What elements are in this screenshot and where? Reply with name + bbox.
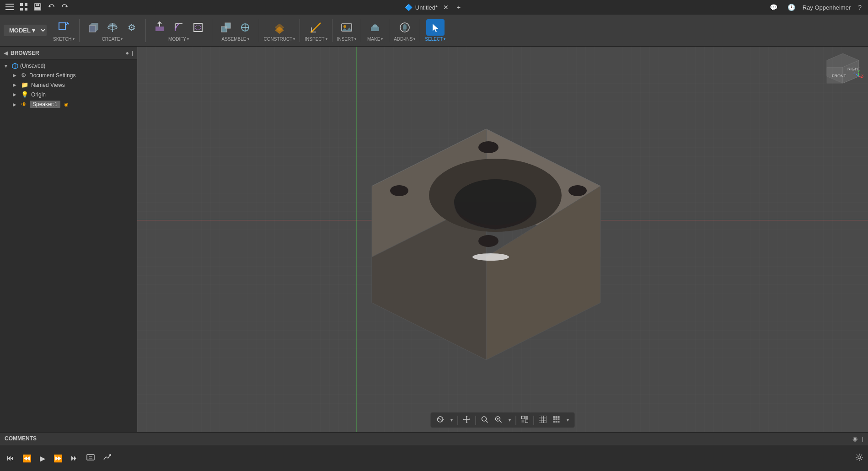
assemble-joint-button[interactable]	[236, 19, 254, 36]
addins-label: ADD-INS ▾	[394, 37, 415, 42]
prev-frame-button[interactable]: ⏪	[20, 453, 34, 464]
svg-rect-35	[371, 27, 379, 31]
svg-point-73	[482, 417, 487, 421]
toolbar-group-create: ⚙ CREATE ▾	[84, 19, 141, 42]
history-button[interactable]: 🕐	[785, 3, 798, 12]
view-cube[interactable]: FRONT RIGHT X Y Z	[822, 51, 863, 92]
viewport[interactable]: FRONT RIGHT X Y Z ▾	[137, 47, 868, 432]
create-revolve-button[interactable]	[103, 19, 122, 36]
insert-image-button[interactable]	[338, 19, 356, 36]
svg-rect-13	[59, 23, 65, 29]
addins-button[interactable]	[396, 19, 414, 36]
mark-button[interactable]	[84, 452, 97, 465]
orbit-button[interactable]	[434, 414, 446, 426]
toolbar-group-modify: MODIFY ▾	[150, 19, 207, 42]
toolbar-sep-8	[389, 19, 389, 42]
svg-text:FRONT: FRONT	[832, 74, 846, 78]
assemble-label: ASSEMBLE ▾	[222, 37, 249, 42]
toolbar-sep-6	[332, 19, 332, 42]
tree-arrow-speaker: ▶	[13, 102, 19, 107]
zoom-button[interactable]	[493, 414, 504, 426]
svg-rect-87	[539, 416, 547, 423]
modify-press-pull-button[interactable]	[150, 19, 169, 36]
assemble-new-component-button[interactable]	[217, 19, 235, 36]
title-bar: 🔷 Untitled* ✕ + 💬 🕐 Ray Oppenheimer ?	[0, 0, 868, 15]
tree-item-speaker[interactable]: ▶ 👁 Speaker:1 ◉	[0, 99, 137, 109]
select-label: SELECT ▾	[425, 37, 445, 42]
play-button[interactable]: ▶	[38, 453, 48, 464]
grid-more-button[interactable]	[551, 414, 563, 426]
svg-rect-36	[373, 25, 377, 27]
grid-display-button[interactable]	[537, 414, 549, 426]
svg-text:X: X	[861, 74, 863, 78]
pan-button[interactable]	[461, 414, 473, 426]
help-button[interactable]: ?	[855, 3, 864, 12]
svg-rect-2	[5, 9, 14, 10]
apps-grid-button[interactable]	[18, 2, 29, 13]
toolbar-group-sketch: SKETCH ▾	[53, 19, 75, 42]
create-extrude-button[interactable]	[84, 19, 102, 36]
tree-item-root[interactable]: ▼ (Unsaved)	[0, 61, 137, 70]
svg-point-52	[478, 235, 498, 247]
title-bar-left	[4, 2, 70, 13]
svg-rect-95	[556, 421, 557, 423]
save-button[interactable]	[32, 2, 43, 13]
svg-rect-10	[37, 4, 38, 5]
browser-filter-icon[interactable]: ●	[126, 50, 129, 56]
next-frame-button[interactable]: ⏩	[51, 453, 65, 464]
svg-rect-16	[89, 26, 96, 32]
construct-offset-plane-button[interactable]	[270, 19, 289, 36]
svg-marker-68	[443, 418, 444, 420]
zoom-dropdown[interactable]: ▾	[506, 416, 513, 424]
tree-item-namedviews[interactable]: ▶ 📁 Named Views	[0, 80, 137, 90]
modify-shell-button[interactable]	[189, 19, 207, 36]
comments-pin-icon[interactable]: ◉	[852, 435, 857, 442]
vp-sep-2	[476, 416, 476, 425]
orbit-dropdown[interactable]: ▾	[448, 416, 455, 424]
inspect-measure-button[interactable]	[307, 19, 325, 36]
create-more-button[interactable]: ⚙	[123, 19, 141, 36]
sketch-buttons	[54, 19, 73, 36]
make-3d-print-button[interactable]	[366, 19, 384, 36]
browser-resize-icon[interactable]: |	[132, 50, 133, 56]
tree-item-docsettings[interactable]: ▶ ⚙ Document Settings	[0, 70, 137, 80]
svg-text:Y: Y	[857, 69, 860, 73]
app-menu-button[interactable]	[4, 3, 16, 12]
skip-end-button[interactable]: ⏭	[69, 453, 80, 464]
settings-button[interactable]	[855, 453, 863, 463]
svg-rect-19	[155, 27, 164, 31]
redo-button[interactable]	[59, 2, 70, 13]
svg-rect-94	[553, 421, 555, 423]
vp-sep-4	[534, 416, 534, 425]
select-button[interactable]	[426, 19, 445, 36]
svg-rect-23	[225, 23, 230, 28]
svg-rect-20	[194, 23, 202, 32]
display-mode-button[interactable]	[519, 414, 531, 426]
svg-point-50	[478, 141, 498, 153]
svg-rect-88	[553, 416, 555, 418]
browser-collapse-arrow[interactable]: ◀	[4, 50, 8, 56]
svg-rect-82	[525, 420, 528, 423]
comment-button[interactable]: 💬	[767, 3, 780, 12]
tree-item-origin[interactable]: ▶ 💡 Origin	[0, 90, 137, 99]
sketch-button[interactable]	[54, 19, 73, 36]
speaker-eye-btn[interactable]: ◉	[64, 102, 69, 107]
zoom-fit-button[interactable]	[479, 414, 491, 426]
browser-title: BROWSER	[11, 50, 123, 56]
undo-button[interactable]	[46, 2, 57, 13]
toolbar-group-insert: INSERT ▾	[337, 19, 357, 42]
svg-rect-4	[25, 3, 27, 6]
grid-more-dropdown[interactable]: ▾	[564, 416, 571, 424]
new-tab-button[interactable]: +	[454, 3, 463, 12]
tree-arrow-root: ▼	[4, 64, 10, 69]
model-dropdown[interactable]: MODEL ▾	[4, 25, 47, 36]
timeline-icon-button[interactable]	[101, 452, 113, 465]
toolbar-sep-7	[361, 19, 361, 42]
skip-start-button[interactable]: ⏮	[5, 453, 16, 464]
comments-resize-icon[interactable]: |	[862, 435, 863, 442]
construct-buttons	[270, 19, 289, 36]
tree-label-speaker: Speaker:1	[30, 101, 60, 108]
close-tab-button[interactable]: ✕	[440, 3, 451, 12]
svg-rect-97	[87, 455, 94, 460]
modify-fillet-button[interactable]	[170, 19, 188, 36]
